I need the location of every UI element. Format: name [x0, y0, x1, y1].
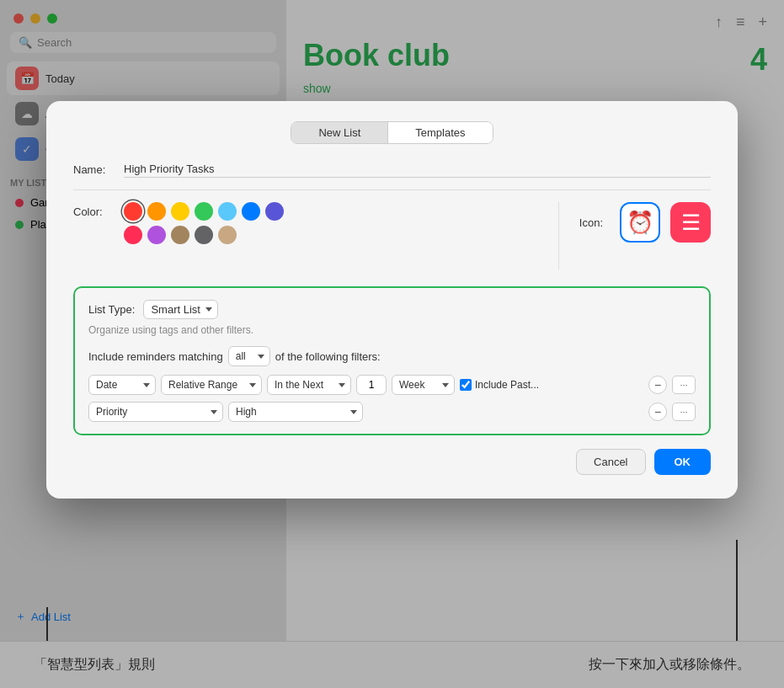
dialog-tabs: New List Templates — [73, 121, 711, 144]
list-type-row: List Type: Smart List — [88, 300, 696, 319]
color-orange[interactable] — [147, 202, 166, 221]
color-tan[interactable] — [218, 226, 237, 244]
icon-list[interactable]: ☰ — [670, 202, 711, 243]
filter2-remove-button[interactable]: − — [648, 403, 667, 421]
tab-new-list[interactable]: New List — [291, 122, 388, 143]
filter-header: Include reminders matching all of the fo… — [88, 346, 696, 366]
filter1-suboperator-select[interactable]: In the Next — [267, 375, 351, 395]
color-yellow[interactable] — [171, 202, 189, 221]
color-grid — [124, 202, 284, 244]
color-violet[interactable] — [147, 226, 166, 244]
filter-operator-select[interactable]: all — [228, 346, 270, 366]
icon-label: Icon: — [579, 216, 603, 229]
filter1-operator-select[interactable]: Relative Range — [161, 375, 262, 395]
smart-list-dialog: New List Templates Name: Color: — [46, 101, 738, 499]
filter-row-1: Date Relative Range In the Next Week Inc… — [88, 375, 696, 395]
filter1-unit-select[interactable]: Week — [392, 375, 455, 395]
include-past-label[interactable]: Include Past... — [460, 379, 539, 391]
filter-row-2: Priority High − ··· — [88, 402, 696, 422]
color-brown[interactable] — [171, 226, 189, 244]
filter1-value-input[interactable] — [356, 375, 387, 395]
smart-list-box: List Type: Smart List Organize using tag… — [73, 286, 711, 435]
name-label: Name: — [73, 163, 124, 176]
icon-clock[interactable]: ⏰ — [620, 202, 660, 243]
form-divider — [73, 189, 711, 190]
list-type-hint: Organize using tags and other filters. — [88, 324, 696, 336]
color-pink[interactable] — [124, 226, 142, 244]
list-type-label: List Type: — [88, 303, 135, 316]
color-label: Color: — [73, 205, 124, 218]
filter1-remove-button[interactable]: − — [648, 376, 667, 394]
include-matching-suffix: of the following filters: — [275, 350, 381, 363]
dialog-footer: Cancel OK — [73, 449, 711, 475]
filter2-operator-select[interactable]: High — [228, 402, 363, 422]
filter1-more-button[interactable]: ··· — [672, 376, 696, 394]
color-section: Color: — [73, 202, 538, 244]
color-lightblue[interactable] — [218, 202, 237, 221]
list-type-select[interactable]: Smart List — [143, 300, 218, 319]
color-purple[interactable] — [265, 202, 284, 221]
tab-group: New List Templates — [291, 121, 493, 144]
icon-section: Icon: ⏰ ☰ — [579, 202, 711, 243]
color-red[interactable] — [124, 202, 142, 221]
name-row: Name: — [73, 161, 711, 178]
include-matching-label: Include reminders matching — [88, 350, 223, 363]
color-green[interactable] — [195, 202, 213, 221]
name-input[interactable] — [124, 161, 711, 178]
color-icon-divider — [558, 202, 559, 269]
tab-templates[interactable]: Templates — [388, 122, 492, 143]
list-symbol: ☰ — [681, 210, 701, 236]
ok-button[interactable]: OK — [654, 449, 712, 475]
include-past-checkbox[interactable] — [460, 379, 472, 391]
color-gray[interactable] — [195, 226, 213, 244]
filter2-more-button[interactable]: ··· — [672, 403, 696, 421]
clock-symbol: ⏰ — [627, 210, 653, 236]
cancel-button[interactable]: Cancel — [576, 449, 645, 475]
filter1-field-select[interactable]: Date — [88, 375, 156, 395]
filter-rows: Date Relative Range In the Next Week Inc… — [88, 375, 696, 422]
color-blue[interactable] — [242, 202, 260, 221]
filter2-field-select[interactable]: Priority — [88, 402, 223, 422]
